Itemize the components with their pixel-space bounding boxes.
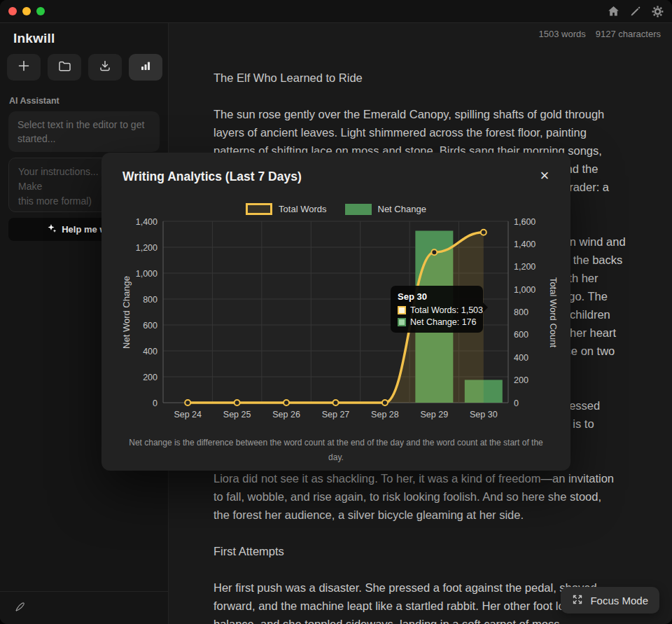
app-title: Inkwill [13, 31, 55, 46]
text-line: the forest her audience, a silver bicycl… [214, 506, 634, 524]
traffic-lights [8, 7, 45, 15]
right-axis-title: Total Word Count [548, 277, 559, 348]
download-button[interactable] [88, 54, 122, 81]
tooltip-row-label: Total Words: 1,503 [410, 305, 483, 315]
section-heading: First Attempts [214, 542, 634, 560]
tooltip-swatch [398, 318, 406, 326]
ai-assistant-label: AI Assistant [9, 96, 59, 106]
right-axis-tick: 1,000 [514, 285, 536, 295]
writing-analytics-modal: Writing Analytics (Last 7 Days) × Total … [102, 153, 570, 471]
right-axis-tick: 600 [514, 330, 528, 340]
right-axis-tick: 800 [514, 307, 528, 317]
selection-hint: Select text in the editor to getstarted.… [8, 111, 160, 152]
tooltip-title: Sep 30 [398, 291, 476, 302]
folder-icon [58, 60, 71, 75]
minimize-button[interactable] [22, 7, 31, 15]
new-document-button[interactable] [7, 54, 41, 81]
statusbar: 1503 words 9127 characters [539, 29, 661, 39]
data-point-Sep 24 [185, 400, 190, 405]
right-axis-tick: 0 [514, 398, 519, 408]
text-line: The sun rose gently over the Emerald Can… [214, 105, 634, 123]
analytics-chart[interactable]: 02004006008001,0001,2001,400020040060080… [102, 153, 570, 471]
selection-hint-line: Select text in the editor to get [18, 118, 150, 132]
zoom-button[interactable] [36, 7, 45, 15]
sparkles-icon [47, 223, 57, 235]
text-line: Liora did not see it as shackling. To he… [214, 469, 634, 487]
character-count: 9127 characters [596, 29, 661, 39]
pen-icon [14, 601, 27, 616]
word-count: 1503 words [539, 29, 586, 39]
focus-mode-button[interactable]: Focus Mode [561, 587, 659, 613]
left-axis-title: Net Word Change [121, 276, 132, 349]
data-point-Sep 25 [234, 400, 240, 405]
left-axis-tick: 0 [153, 398, 158, 408]
tooltip-row: Net Change: 176 [398, 317, 476, 327]
download-icon [99, 60, 111, 75]
sidebar-toolbar [7, 54, 162, 81]
right-axis-tick: 1,400 [514, 240, 536, 249]
expand-icon [572, 594, 583, 607]
data-point-Sep 30 [481, 230, 486, 235]
text-line: layers of ancient leaves. Light shimmere… [214, 123, 634, 141]
chart-footnote: Net change is the difference between the… [122, 436, 550, 465]
sidebar-footer [0, 591, 168, 624]
open-folder-button[interactable] [48, 54, 81, 81]
left-axis-tick: 1,000 [136, 269, 158, 279]
gear-icon[interactable] [652, 6, 664, 18]
text-line: First Attempts [214, 542, 634, 560]
data-point-Sep 29 [431, 249, 437, 255]
right-axis-tick: 1,600 [514, 217, 536, 227]
left-axis-tick: 400 [143, 347, 158, 356]
text-line: to fall, wobble, and rise again, to risk… [214, 487, 634, 506]
x-axis-tick: Sep 30 [470, 410, 498, 420]
left-axis-tick: 1,200 [136, 243, 158, 253]
paragraph: Liora did not see it as shackling. To he… [214, 469, 634, 524]
left-axis-tick: 600 [143, 321, 158, 331]
left-axis-tick: 800 [143, 295, 158, 305]
tooltip-swatch [398, 306, 406, 314]
x-axis-tick: Sep 24 [174, 410, 202, 420]
x-axis-tick: Sep 29 [421, 410, 449, 420]
x-axis-tick: Sep 25 [223, 410, 251, 420]
app-window: Inkwill AI Ass [0, 0, 672, 624]
chart-tooltip: Sep 30 Total Words: 1,503Net Change: 176 [391, 286, 483, 333]
left-axis-tick: 200 [143, 373, 158, 382]
left-axis-tick: 1,400 [136, 217, 158, 227]
text-line: balance, and she toppled sideways, landi… [214, 615, 634, 624]
data-point-Sep 26 [284, 400, 289, 405]
analytics-button[interactable] [129, 54, 162, 81]
x-axis-tick: Sep 28 [371, 410, 399, 420]
home-icon[interactable] [608, 6, 620, 17]
document-title: The Elf Who Learned to Ride [214, 69, 634, 87]
close-button[interactable] [8, 7, 17, 15]
plus-icon [18, 60, 30, 75]
right-axis-tick: 400 [514, 353, 528, 363]
right-axis-tick: 200 [514, 375, 528, 385]
pencil-icon[interactable] [630, 6, 641, 17]
data-point-Sep 27 [333, 400, 339, 405]
x-axis-tick: Sep 27 [322, 410, 350, 420]
data-point-Sep 28 [382, 400, 388, 405]
selection-hint-line: started... [18, 132, 150, 146]
right-axis-tick: 1,200 [514, 262, 536, 272]
x-axis-tick: Sep 26 [272, 410, 300, 420]
tooltip-row-label: Net Change: 176 [410, 317, 477, 327]
focus-mode-label: Focus Mode [590, 595, 648, 606]
tooltip-row: Total Words: 1,503 [398, 305, 476, 315]
bar-chart-icon [139, 60, 152, 74]
text-line: The Elf Who Learned to Ride [214, 69, 634, 87]
titlebar [0, 0, 672, 23]
